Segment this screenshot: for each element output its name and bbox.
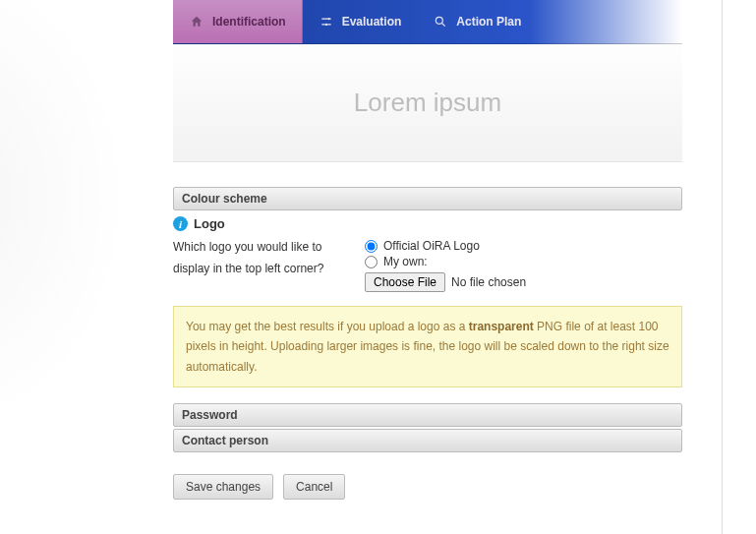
logo-options: Official OiRA Logo My own: Choose File N… bbox=[365, 237, 682, 292]
svg-point-0 bbox=[327, 18, 329, 20]
banner-body: Lorem ipsum bbox=[173, 44, 682, 162]
main-panel: Identification Evaluation Action Plan Lo… bbox=[173, 0, 682, 500]
logo-label: Logo bbox=[194, 216, 225, 231]
save-button[interactable]: Save changes bbox=[173, 474, 273, 500]
radio-own-logo[interactable] bbox=[365, 256, 378, 268]
section-colour-scheme-body: i Logo Which logo you would like to disp… bbox=[173, 216, 682, 403]
file-status: No file chosen bbox=[451, 275, 526, 289]
content: Colour scheme i Logo Which logo you woul… bbox=[173, 162, 682, 500]
radio-official-logo[interactable] bbox=[365, 240, 378, 253]
background-decoration bbox=[0, 0, 197, 534]
hint-bold: transparent bbox=[469, 320, 534, 333]
section-contact-person-label: Contact person bbox=[182, 434, 268, 447]
right-divider bbox=[722, 0, 723, 534]
radio-own-label: My own: bbox=[383, 255, 428, 268]
section-password[interactable]: Password bbox=[173, 403, 682, 427]
header-tabs: Identification Evaluation Action Plan bbox=[173, 0, 682, 44]
section-colour-scheme-label: Colour scheme bbox=[182, 192, 267, 206]
section-contact-person[interactable]: Contact person bbox=[173, 429, 682, 452]
svg-point-2 bbox=[436, 17, 443, 24]
tab-evaluation[interactable]: Evaluation bbox=[303, 0, 418, 43]
tab-identification-label: Identification bbox=[212, 15, 286, 29]
info-icon[interactable]: i bbox=[173, 216, 188, 231]
sliders-icon bbox=[319, 14, 334, 30]
banner-text: Lorem ipsum bbox=[354, 88, 501, 118]
logo-question: Which logo you would like to display in … bbox=[173, 237, 325, 279]
svg-point-1 bbox=[325, 24, 327, 26]
hint-pre: You may get the best results if you uplo… bbox=[186, 320, 469, 333]
buttons-row: Save changes Cancel bbox=[173, 474, 682, 500]
choose-file-button[interactable]: Choose File bbox=[365, 272, 445, 292]
radio-official-label: Official OiRA Logo bbox=[383, 239, 480, 253]
search-icon bbox=[433, 14, 448, 30]
tab-action-plan-label: Action Plan bbox=[456, 15, 521, 29]
cancel-button[interactable]: Cancel bbox=[283, 474, 345, 500]
tab-action-plan[interactable]: Action Plan bbox=[417, 0, 537, 43]
home-icon bbox=[189, 14, 204, 30]
section-colour-scheme[interactable]: Colour scheme bbox=[173, 187, 682, 210]
section-password-label: Password bbox=[182, 408, 238, 422]
tab-evaluation-label: Evaluation bbox=[342, 15, 402, 29]
tab-identification[interactable]: Identification bbox=[173, 0, 303, 43]
hint-box: You may get the best results if you uplo… bbox=[173, 306, 682, 387]
